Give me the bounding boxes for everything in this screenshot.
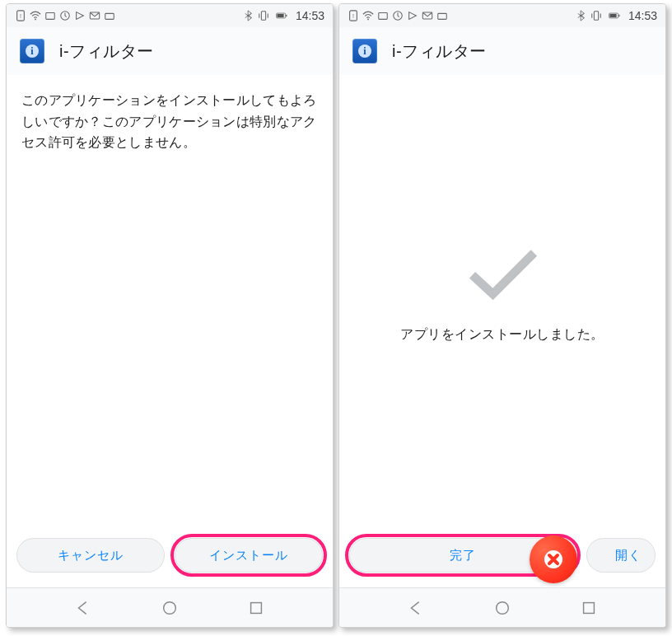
wifi-icon [362, 10, 374, 21]
status-bar: ! 14:53 [339, 4, 665, 27]
nav-home-button[interactable] [492, 597, 513, 619]
title-bar: i i-フィルター [339, 27, 665, 75]
svg-text:!: ! [20, 13, 21, 19]
battery-icon [273, 10, 291, 21]
nav-back-button[interactable] [405, 597, 427, 619]
nav-bar [7, 587, 333, 627]
svg-rect-16 [379, 13, 388, 20]
phone-right: ! 14:53 i i-フィルター [338, 3, 666, 628]
mail-icon [89, 10, 100, 21]
done-button-label: 完了 [450, 548, 476, 564]
svg-rect-3 [46, 13, 55, 20]
app-icon: i [20, 39, 44, 63]
install-message: このアプリケーションをインストールしてもよろしいですか？このアプリケーションは特… [21, 90, 318, 153]
status-icon-1 [377, 10, 389, 21]
status-icon-3 [407, 10, 418, 21]
sim-icon: ! [15, 10, 26, 21]
button-row: 完了 開く [339, 526, 665, 587]
svg-rect-6 [105, 13, 114, 19]
clock-time: 14:53 [628, 9, 657, 22]
cancel-button[interactable]: キャンセル [16, 538, 165, 573]
svg-point-15 [367, 19, 369, 21]
nav-bar [339, 587, 665, 627]
battery-icon [605, 10, 623, 21]
status-icon-3 [74, 10, 86, 21]
status-icon-2 [59, 10, 71, 21]
svg-point-24 [497, 601, 509, 614]
status-icon-4 [436, 10, 448, 21]
open-button[interactable]: 開く [586, 538, 656, 573]
install-done-text: アプリをインストールしました。 [400, 326, 604, 344]
install-prompt-content: このアプリケーションをインストールしてもよろしいですか？このアプリケーションは特… [7, 75, 333, 526]
svg-rect-12 [251, 602, 262, 613]
app-icon: i [352, 39, 377, 63]
vibrate-icon [258, 10, 269, 21]
open-button-label: 開く [615, 548, 642, 564]
svg-rect-22 [609, 14, 616, 17]
sim-icon: ! [348, 10, 359, 21]
status-icon-4 [104, 10, 115, 21]
checkmark-icon [463, 241, 542, 310]
svg-rect-10 [286, 15, 287, 16]
status-icon-2 [392, 10, 404, 21]
status-bar: ! 14:53 [7, 4, 333, 27]
bluetooth-icon [243, 10, 254, 21]
button-row: キャンセル インストール [7, 526, 333, 587]
app-title: i-フィルター [392, 40, 487, 63]
svg-point-11 [164, 601, 176, 614]
title-bar: i i-フィルター [7, 27, 333, 75]
svg-rect-20 [594, 12, 598, 21]
cancel-button-label: キャンセル [58, 548, 124, 564]
clock-time: 14:53 [296, 9, 324, 22]
close-x-badge-icon[interactable] [530, 535, 577, 583]
install-button[interactable]: インストール [175, 538, 323, 573]
bluetooth-icon [576, 10, 587, 21]
svg-rect-23 [618, 15, 619, 16]
app-icon-letter: i [26, 44, 39, 58]
mail-icon [422, 10, 433, 21]
app-title: i-フィルター [59, 40, 154, 63]
vibrate-icon [590, 10, 602, 21]
install-done-content: アプリをインストールしました。 [339, 75, 665, 526]
app-icon-letter: i [358, 44, 371, 58]
svg-rect-7 [261, 12, 265, 21]
svg-point-2 [35, 19, 36, 21]
phone-left: ! 14:53 i i-フィルター このアプリケーションをインストー [6, 3, 334, 628]
nav-back-button[interactable] [72, 597, 94, 619]
nav-home-button[interactable] [159, 597, 180, 619]
svg-rect-19 [438, 13, 447, 19]
nav-recent-button[interactable] [245, 597, 267, 619]
svg-text:!: ! [352, 13, 354, 19]
svg-rect-25 [584, 602, 595, 613]
wifi-icon [30, 10, 41, 21]
nav-recent-button[interactable] [578, 597, 600, 619]
status-icon-1 [44, 10, 56, 21]
svg-rect-9 [277, 14, 283, 17]
install-button-label: インストール [209, 548, 288, 564]
